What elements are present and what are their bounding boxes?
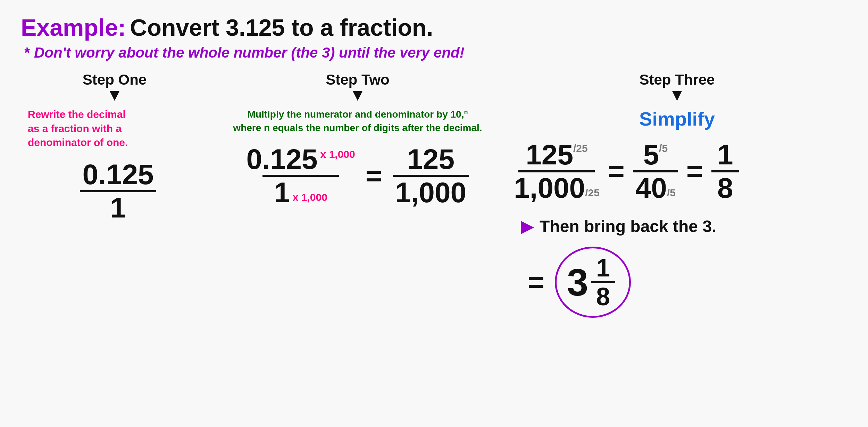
frac2-den-row: 40 /5 [635, 174, 676, 202]
step-two-fraction-area: 0.125 x 1,000 1 x 1,000 = 125 1,000 [246, 145, 469, 207]
frac2-num-small: /5 [659, 143, 668, 154]
circle-fraction: 3 1 8 [555, 247, 631, 318]
step3-frac2: 5 /5 40 /5 [633, 140, 678, 202]
step-two-sup: n [464, 109, 468, 116]
simplify-label: Simplify [639, 108, 715, 130]
frac1-num-small: /25 [573, 143, 588, 154]
frac1-den: 1,000 [514, 174, 585, 202]
step3-fractions: 125 /25 1,000 /25 = 5 /5 40 / [507, 140, 739, 202]
subtitle-star: * [24, 44, 30, 61]
final-equals: = [528, 266, 544, 299]
step-three-arrow: ▼ [669, 87, 685, 103]
frac2-den: 40 [635, 174, 667, 202]
step-three: Step Three ▼ Simplify 125 /25 1,000 /25 … [507, 71, 847, 318]
final-frac-den: 8 [596, 284, 610, 309]
example-label: Example: [21, 14, 126, 41]
step-two-times-top: x 1,000 [320, 148, 355, 160]
step-two-times-bottom: x 1,000 [293, 191, 327, 203]
step-two-desc: Multiply the numerator and denominator b… [233, 108, 482, 135]
page-title-line: Example: Convert 3.125 to a fraction. [21, 14, 847, 41]
frac2-num-row: 5 /5 [643, 140, 668, 169]
step-two-denominator: 1 [274, 178, 290, 207]
frac1-den-small: /25 [585, 187, 600, 199]
bring-back: ▶ Then bring back the 3. [507, 216, 716, 236]
frac1-num: 125 [526, 140, 573, 169]
step-one-desc: Rewrite the decimal as a fraction with a… [21, 108, 128, 150]
step3-equals2: = [686, 157, 703, 186]
subtitle: * Don't worry about the whole number (th… [21, 44, 847, 61]
title-rest: Convert 3.125 to a fraction. [130, 14, 433, 41]
final-mixed-frac: 1 8 [591, 255, 615, 309]
frac1-num-row: 125 /25 [526, 140, 588, 169]
step-one-arrow: ▼ [106, 87, 123, 103]
frac1-den-row: 1,000 /25 [514, 174, 600, 202]
frac3-den: 8 [717, 174, 733, 202]
final-answer-row: = 3 1 8 [507, 247, 631, 318]
bring-back-arrow-icon: ▶ [521, 216, 534, 236]
bring-back-text: Then bring back the 3. [540, 217, 716, 236]
step-two-result-den: 1,000 [395, 178, 466, 207]
step-one: Step One ▼ Rewrite the decimal as a frac… [21, 71, 208, 222]
step-two: Step Two ▼ Multiply the numerator and de… [208, 71, 507, 207]
step3-frac1: 125 /25 1,000 /25 [514, 140, 600, 202]
step-one-denominator: 1 [110, 194, 126, 222]
step-two-equals: = [366, 162, 382, 190]
step-one-fraction: 0.125 1 [80, 160, 156, 222]
step-one-numerator: 0.125 [82, 160, 153, 189]
step-two-result-num: 125 [407, 145, 454, 173]
step-two-result: 125 1,000 [393, 145, 469, 207]
steps-row: Step One ▼ Rewrite the decimal as a frac… [21, 71, 847, 318]
step-two-left-frac: 0.125 x 1,000 1 x 1,000 [246, 145, 355, 207]
frac2-den-small: /5 [667, 187, 676, 199]
frac2-num: 5 [643, 140, 659, 169]
step-two-numerator: 0.125 [246, 145, 317, 173]
step-one-fraction-area: 0.125 1 [73, 160, 156, 222]
final-frac-num: 1 [596, 255, 610, 280]
step-two-arrow: ▼ [349, 87, 366, 103]
subtitle-text: Don't worry about the whole number (the … [34, 44, 465, 61]
step3-frac3: 1 8 [711, 140, 739, 202]
step3-equals1: = [608, 157, 625, 186]
frac3-num: 1 [717, 140, 733, 169]
final-whole: 3 [567, 263, 588, 301]
